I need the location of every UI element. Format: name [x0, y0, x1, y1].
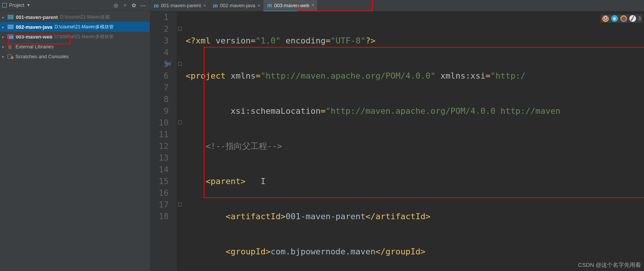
- line-number: 13: [150, 152, 176, 164]
- scratches-consoles[interactable]: ▸ Scratches and Consoles: [0, 51, 150, 61]
- tree-item-path: D:\course\21-Maven多模: [60, 14, 110, 20]
- project-toolbar: Project ▼ ◎ ÷ ✿ —: [0, 0, 150, 11]
- fold-end-icon[interactable]: [178, 203, 182, 206]
- line-number: 12: [150, 140, 176, 152]
- fold-minus-icon[interactable]: -: [178, 62, 182, 66]
- tree-item-001[interactable]: ▸ 001-maven-parent D:\course\21-Maven多模: [0, 12, 150, 22]
- line-number: 15: [150, 175, 176, 187]
- project-sidebar: Project ▼ ◎ ÷ ✿ — ▸ 001-maven-parent D:\…: [0, 0, 150, 271]
- expand-icon[interactable]: ÷: [122, 2, 128, 8]
- tab-001[interactable]: m 001-maven-parent ×: [150, 0, 209, 11]
- chevron-right-icon: ▸: [2, 35, 7, 39]
- code-editor[interactable]: <?xml version="1.0" encoding="UTF-8"?> <…: [186, 11, 644, 271]
- safari-icon[interactable]: [629, 15, 636, 22]
- browser-badge: 3: [638, 16, 641, 21]
- folder-icon: [8, 25, 14, 29]
- editor-area: m 001-maven-parent × m 002-maven-java × …: [150, 0, 644, 271]
- line-number: 9: [150, 105, 176, 117]
- line-number: 1: [150, 11, 176, 23]
- chevron-right-icon: ▸: [2, 54, 7, 59]
- line-number: 16: [150, 187, 176, 199]
- tab-002[interactable]: m 002-maven-java ×: [209, 0, 264, 11]
- tab-label: 003-maven-web: [274, 3, 309, 8]
- line-number: 6: [150, 70, 176, 82]
- folder-icon: [8, 34, 14, 39]
- gear-icon[interactable]: ✿: [131, 2, 137, 8]
- line-number: 8: [150, 93, 176, 105]
- external-libraries[interactable]: ▸ ⫼ External Libraries: [0, 42, 150, 51]
- chrome-icon[interactable]: [602, 15, 609, 22]
- firefox-icon[interactable]: [620, 15, 627, 22]
- scratch-icon: [8, 54, 13, 59]
- tree-item-path: D:\course\21-Maven多模块管: [55, 34, 114, 40]
- tab-label: 002-maven-java: [220, 3, 255, 8]
- tab-003[interactable]: m 003-maven-web ×: [263, 0, 318, 11]
- project-title[interactable]: Project ▼: [2, 2, 30, 8]
- chevron-right-icon: ▸: [2, 15, 7, 19]
- fold-end-icon[interactable]: [178, 121, 182, 124]
- line-number: 7: [150, 82, 176, 93]
- tree-item-003[interactable]: ▸ 003-maven-web D:\course\21-Maven多模块管: [0, 32, 150, 42]
- line-number: 14: [150, 164, 176, 175]
- tree-item-name: 003-maven-web: [16, 34, 52, 40]
- close-icon[interactable]: ×: [312, 3, 314, 8]
- browser-icons: 3: [601, 14, 642, 23]
- chevron-right-icon: ▸: [2, 45, 7, 49]
- line-number: 18: [150, 211, 176, 222]
- editor-tabs: m 001-maven-parent × m 002-maven-java × …: [150, 0, 644, 11]
- close-icon[interactable]: ×: [257, 3, 260, 8]
- hide-icon[interactable]: —: [140, 2, 146, 8]
- line-gutter: 1 2 3 4 5 6 7 8 9 10 11 12 13 14 15 16 1…: [150, 11, 177, 271]
- tree-item-name: External Libraries: [15, 44, 54, 50]
- maven-reload-icon[interactable]: m↑: [165, 60, 173, 68]
- tab-label: 001-maven-parent: [161, 3, 201, 8]
- tree-item-name: 002-maven-java: [16, 24, 52, 30]
- fold-minus-icon[interactable]: -: [178, 27, 182, 31]
- locate-icon[interactable]: ◎: [113, 2, 119, 8]
- fold-column: - -: [177, 11, 186, 271]
- library-icon: ⫼: [8, 44, 13, 50]
- maven-icon: m: [154, 3, 158, 9]
- folder-icon: [8, 15, 14, 19]
- line-number: 11: [150, 129, 176, 140]
- maven-icon: m: [213, 3, 218, 9]
- tree-item-002[interactable]: ▸ 002-maven-java D:\course\21-Maven多模块管: [0, 22, 150, 32]
- line-number: 17: [150, 199, 176, 211]
- line-number: 10: [150, 117, 176, 129]
- tree-item-name: Scratches and Consoles: [15, 54, 69, 59]
- chevron-down-icon: ▼: [26, 3, 30, 7]
- project-icon: [2, 3, 7, 8]
- close-icon[interactable]: ×: [203, 3, 206, 8]
- ie-icon[interactable]: [611, 15, 618, 22]
- line-number: 3: [150, 35, 176, 46]
- chevron-right-icon: ▸: [2, 25, 7, 29]
- tree-item-path: D:\course\21-Maven多模块管: [55, 24, 114, 30]
- project-label: Project: [9, 2, 24, 8]
- line-number: 4: [150, 46, 176, 58]
- tree-item-name: 001-maven-parent: [16, 14, 58, 20]
- line-number: 2: [150, 23, 176, 35]
- watermark: CSDN @这个名字先用着: [578, 262, 641, 269]
- maven-icon: m: [267, 2, 272, 8]
- project-tree: ▸ 001-maven-parent D:\course\21-Maven多模 …: [0, 11, 150, 61]
